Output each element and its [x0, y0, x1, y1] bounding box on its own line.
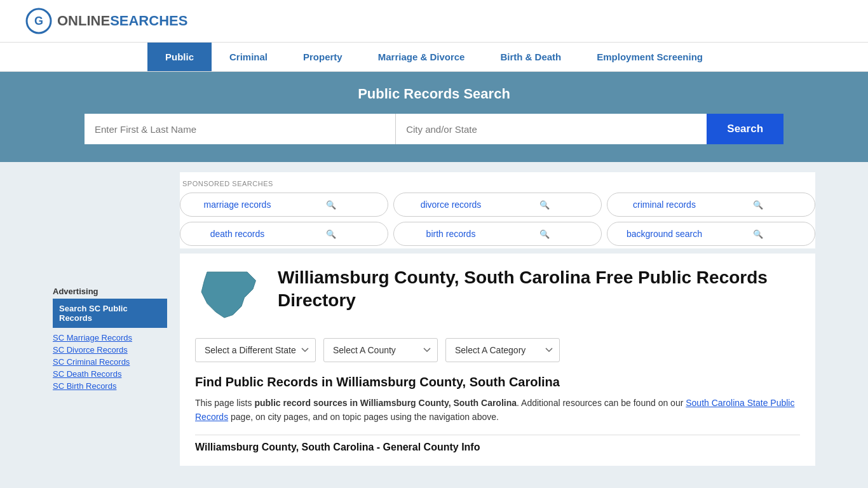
svg-text:G: G: [34, 15, 43, 27]
directory-title: Williamsburg County, South Carolina Free…: [278, 266, 800, 313]
sponsored-item-birth-label: birth records: [404, 229, 498, 239]
sponsored-section: SPONSORED SEARCHES marriage records 🔍 di…: [180, 172, 815, 248]
nav-criminal[interactable]: Criminal: [212, 43, 285, 71]
state-map: [195, 266, 265, 325]
sponsored-item-background-label: background search: [618, 229, 711, 239]
nav-birth-death[interactable]: Birth & Death: [482, 43, 579, 71]
sidebar-link-marriage[interactable]: SC Marriage Records: [53, 333, 167, 342]
main-container: Advertising Search SC Public Records SC …: [40, 162, 828, 476]
find-text-bold: public record sources in Williamsburg Co…: [254, 398, 517, 408]
directory-section: Williamsburg County, South Carolina Free…: [180, 254, 815, 466]
state-dropdown[interactable]: Select a Different State: [195, 338, 316, 362]
sidebar-ad-label: Advertising: [53, 287, 167, 296]
find-paragraph: This page lists public record sources in…: [195, 396, 800, 424]
sponsored-item-birth[interactable]: birth records 🔍: [393, 222, 602, 246]
category-dropdown[interactable]: Select A Category: [445, 338, 560, 362]
logo: G ONLINESEARCHES: [25, 8, 187, 34]
nav-marriage-divorce[interactable]: Marriage & Divorce: [360, 43, 483, 71]
search-icon-background: 🔍: [711, 229, 804, 239]
sponsored-item-criminal-label: criminal records: [618, 200, 711, 210]
search-icon-marriage: 🔍: [284, 200, 377, 210]
sidebar-ad-box[interactable]: Search SC Public Records: [53, 299, 167, 328]
search-form: Search: [85, 114, 783, 144]
find-text-3: page, on city pages, and on topic pages …: [228, 412, 499, 422]
sidebar-link-criminal[interactable]: SC Criminal Records: [53, 357, 167, 367]
search-banner-title: Public Records Search: [25, 86, 843, 102]
sponsored-item-background[interactable]: background search 🔍: [607, 222, 815, 246]
nav-property[interactable]: Property: [285, 43, 360, 71]
directory-header: Williamsburg County, South Carolina Free…: [195, 266, 800, 325]
sidebar-link-birth[interactable]: SC Birth Records: [53, 381, 167, 391]
sidebar-link-divorce[interactable]: SC Divorce Records: [53, 345, 167, 355]
search-icon-criminal: 🔍: [711, 200, 804, 210]
sponsored-item-criminal[interactable]: criminal records 🔍: [607, 193, 815, 217]
nav-employment[interactable]: Employment Screening: [579, 43, 721, 71]
search-icon-birth: 🔍: [498, 229, 591, 239]
logo-text: ONLINESEARCHES: [57, 13, 187, 29]
dropdown-row: Select a Different State Select A County…: [195, 338, 800, 362]
sponsored-item-marriage[interactable]: marriage records 🔍: [180, 193, 388, 217]
sponsored-item-marriage-label: marriage records: [191, 200, 284, 210]
sponsored-item-divorce-label: divorce records: [404, 200, 498, 210]
search-banner: Public Records Search Search: [0, 72, 868, 162]
county-dropdown[interactable]: Select A County: [323, 338, 438, 362]
sponsored-grid: marriage records 🔍 divorce records 🔍 cri…: [180, 193, 815, 246]
find-text-2: . Additional resources can be found on o…: [517, 398, 686, 408]
search-icon-divorce: 🔍: [498, 200, 591, 210]
sponsored-item-death-label: death records: [191, 229, 284, 239]
find-text-1: This page lists: [195, 398, 254, 408]
find-title: Find Public Records in Williamsburg Coun…: [195, 375, 800, 390]
general-info-title: Williamsburg County, South Carolina - Ge…: [195, 435, 800, 453]
nav-public[interactable]: Public: [147, 43, 212, 71]
sidebar-link-death[interactable]: SC Death Records: [53, 369, 167, 379]
sidebar: Advertising Search SC Public Records SC …: [53, 287, 180, 466]
search-button[interactable]: Search: [707, 114, 783, 144]
sponsored-label: SPONSORED SEARCHES: [180, 180, 815, 187]
logo-icon: G: [25, 8, 52, 34]
header: G ONLINESEARCHES: [0, 0, 868, 43]
main-nav: Public Criminal Property Marriage & Divo…: [0, 43, 868, 72]
sponsored-item-divorce[interactable]: divorce records 🔍: [393, 193, 602, 217]
sponsored-item-death[interactable]: death records 🔍: [180, 222, 388, 246]
search-icon-death: 🔍: [284, 229, 377, 239]
content-area: SPONSORED SEARCHES marriage records 🔍 di…: [180, 172, 815, 466]
city-input[interactable]: [396, 114, 707, 144]
name-input[interactable]: [85, 114, 396, 144]
